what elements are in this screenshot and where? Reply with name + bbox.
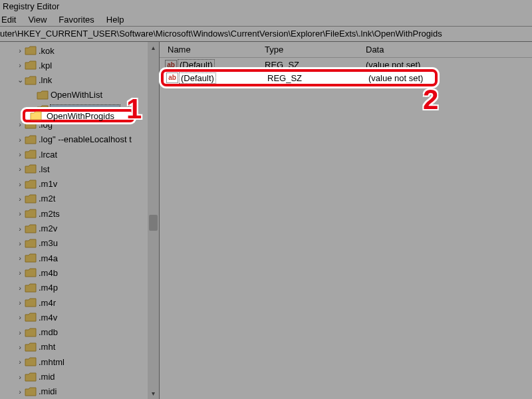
tree-node-label: .m2t <box>39 194 55 203</box>
values-pane: Name Type Data ab(Default)REG_SZ(value n… <box>160 42 532 399</box>
folder-icon <box>24 60 37 70</box>
main-area: ›.kok›.kpl⌄.lnkOpenWithListOpenWithProgi… <box>0 42 532 399</box>
folder-icon <box>24 283 37 293</box>
chevron-right-icon[interactable]: › <box>16 239 24 247</box>
chevron-right-icon[interactable]: › <box>16 254 24 262</box>
tree-node-label: .kok <box>39 46 55 56</box>
tree-node[interactable]: ›.mhtml <box>0 354 159 369</box>
tree-node-label: .log <box>39 120 53 130</box>
menu-edit[interactable]: Edit <box>1 15 16 25</box>
string-value-icon: ab <box>165 60 177 70</box>
window-title: Registry Editor <box>3 1 59 11</box>
scroll-thumb[interactable] <box>149 215 158 231</box>
chevron-right-icon[interactable]: › <box>16 269 24 277</box>
tree-node[interactable]: ›.kok <box>0 43 159 58</box>
tree-node[interactable]: ›.log <box>0 117 159 132</box>
value-name: (Default) <box>178 60 214 70</box>
tree-node-label: .lrcat <box>39 150 57 160</box>
tree-node-label: .m4v <box>39 313 57 323</box>
column-header-name[interactable]: Name <box>160 45 265 55</box>
folder-icon <box>24 208 37 219</box>
folder-icon <box>24 356 37 367</box>
registry-tree[interactable]: ›.kok›.kpl⌄.lnkOpenWithListOpenWithProgi… <box>0 42 159 399</box>
chevron-right-icon[interactable]: › <box>16 299 24 307</box>
chevron-right-icon[interactable]: › <box>16 61 24 69</box>
chevron-right-icon[interactable]: › <box>16 195 24 203</box>
chevron-right-icon[interactable]: › <box>16 313 24 321</box>
tree-scrollbar[interactable]: ▴ ▾ <box>148 42 159 399</box>
tree-node[interactable]: OpenWithList <box>0 88 159 102</box>
chevron-right-icon[interactable]: › <box>16 47 24 55</box>
chevron-right-icon[interactable]: › <box>16 180 24 188</box>
tree-node[interactable]: ›.m4a <box>0 251 159 265</box>
tree-node[interactable]: ⌄.lnk <box>0 72 159 87</box>
tree-node[interactable]: ›.mdb <box>0 325 159 340</box>
chevron-right-icon[interactable]: › <box>16 150 24 158</box>
tree-node[interactable]: ›.mht <box>0 340 159 354</box>
chevron-right-icon[interactable]: › <box>16 343 24 351</box>
tree-node[interactable]: ›.kpl <box>0 58 159 72</box>
chevron-right-icon[interactable]: › <box>16 373 24 381</box>
tree-node[interactable]: ›.lst <box>0 162 159 176</box>
scroll-down-arrow[interactable]: ▾ <box>148 388 159 399</box>
menu-view[interactable]: View <box>28 15 47 25</box>
tree-node-label: .m4r <box>39 298 56 308</box>
tree-node[interactable]: ›.log" --enableLocalhost t <box>0 132 159 147</box>
chevron-right-icon[interactable]: › <box>16 209 24 217</box>
chevron-right-icon[interactable]: › <box>16 388 24 396</box>
tree-node[interactable]: ›.m4v <box>0 310 159 325</box>
tree-node[interactable]: ›.m4p <box>0 281 159 295</box>
menu-help[interactable]: Help <box>106 15 124 25</box>
chevron-down-icon[interactable]: ⌄ <box>16 76 24 84</box>
tree-node-label: .m4b <box>39 268 58 278</box>
tree-node-label: .mid <box>39 372 55 382</box>
column-header-data[interactable]: Data <box>366 45 532 55</box>
tree-node-label: .mdb <box>39 327 58 337</box>
folder-icon <box>24 134 37 145</box>
folder-icon <box>36 90 49 100</box>
tree-node-label: .kpl <box>39 61 52 70</box>
scroll-up-arrow[interactable]: ▴ <box>148 42 159 53</box>
folder-icon <box>24 179 37 190</box>
values-column-header[interactable]: Name Type Data <box>160 42 532 58</box>
tree-node[interactable]: OpenWithProgids <box>0 102 159 117</box>
folder-icon <box>36 104 49 115</box>
tree-node[interactable]: ›.m2v <box>0 221 159 235</box>
chevron-right-icon[interactable]: › <box>16 358 24 366</box>
tree-node-label: .log" --enableLocalhost t <box>39 134 132 144</box>
folder-icon <box>24 164 37 174</box>
tree-node[interactable]: ›.m4b <box>0 265 159 280</box>
chevron-right-icon[interactable]: › <box>16 120 24 128</box>
column-header-type[interactable]: Type <box>265 45 366 55</box>
tree-node[interactable]: ›.mid <box>0 369 159 384</box>
chevron-right-icon[interactable]: › <box>16 136 24 144</box>
folder-icon <box>24 238 37 249</box>
value-data: (value not set) <box>366 60 532 70</box>
chevron-right-icon[interactable]: › <box>16 225 24 233</box>
tree-node[interactable]: ›.m1v <box>0 177 159 192</box>
folder-icon <box>24 194 37 204</box>
tree-node[interactable]: ›.m2t <box>0 192 159 206</box>
tree-node-label: .m2v <box>39 223 57 233</box>
tree-node[interactable]: ›.m3u <box>0 236 159 251</box>
chevron-right-icon[interactable]: › <box>16 284 24 292</box>
tree-node[interactable]: ›.midi <box>0 384 159 399</box>
values-list: ab(Default)REG_SZ(value not set) <box>160 58 532 72</box>
menubar: Edit View Favorites Help <box>0 13 532 27</box>
tree-node-label: .m1v <box>39 179 57 189</box>
tree-node-label: .m4p <box>39 283 58 293</box>
tree-node[interactable]: ›.m2ts <box>0 206 159 221</box>
address-path: uter\HKEY_CURRENT_USER\Software\Microsof… <box>0 29 442 39</box>
tree-node[interactable]: ›.m4r <box>0 295 159 310</box>
value-row[interactable]: ab(Default)REG_SZ(value not set) <box>160 58 532 72</box>
folder-icon <box>24 75 37 86</box>
address-bar[interactable]: uter\HKEY_CURRENT_USER\Software\Microsof… <box>0 27 532 42</box>
chevron-right-icon[interactable]: › <box>16 165 24 173</box>
tree-node[interactable]: ›.lrcat <box>0 147 159 162</box>
folder-icon <box>24 267 37 278</box>
menu-favorites[interactable]: Favorites <box>59 15 94 25</box>
tree-node-label: OpenWithList <box>51 90 102 100</box>
value-type: REG_SZ <box>265 60 366 70</box>
registry-editor-window: Registry Editor Edit View Favorites Help… <box>0 0 532 399</box>
chevron-right-icon[interactable]: › <box>16 329 24 336</box>
